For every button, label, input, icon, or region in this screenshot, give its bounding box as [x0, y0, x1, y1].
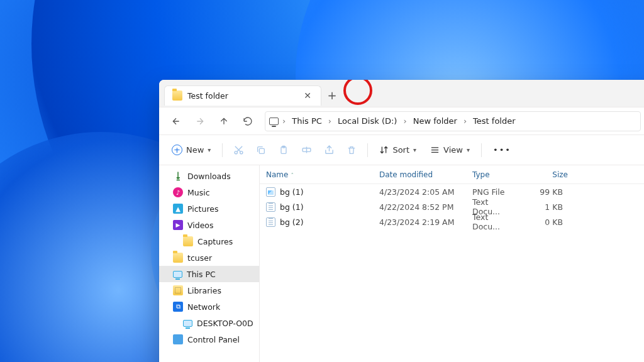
sidebar-item-tcuser[interactable]: tcuser — [159, 250, 259, 266]
file-rows: bg (1)4/23/2024 2:05 AMPNG File99 KBbg (… — [260, 184, 644, 362]
sidebar-item-label: Control Panel — [187, 335, 240, 344]
file-row[interactable]: bg (1)4/22/2024 8:52 PMText Docu...1 KB — [260, 199, 644, 214]
file-row[interactable]: bg (2)4/23/2024 2:19 AMText Docu...0 KB — [260, 214, 644, 229]
svg-point-0 — [235, 151, 237, 154]
file-list-pane: Name˄ Date modified Type Size bg (1)4/23… — [260, 165, 644, 362]
column-name[interactable]: Name˄ — [260, 170, 373, 179]
svg-rect-2 — [260, 148, 265, 153]
file-icon — [266, 187, 275, 197]
more-button[interactable]: ••• — [487, 140, 518, 161]
svg-point-1 — [240, 151, 243, 154]
pc-icon — [173, 271, 182, 278]
lib-icon — [173, 285, 183, 295]
sidebar-item-label: Libraries — [187, 286, 221, 295]
view-button[interactable]: View ▾ — [424, 140, 476, 161]
new-button[interactable]: + New ▾ — [165, 140, 217, 161]
folder-icon — [183, 236, 193, 246]
chevron-right-icon: › — [327, 116, 333, 126]
file-icon — [266, 217, 275, 227]
file-type: PNG File — [466, 187, 524, 197]
command-bar: + New ▾ Sort ▾ View ▾ ••• — [159, 135, 644, 165]
sidebar-item-this-pc[interactable]: This PC — [159, 266, 259, 282]
sidebar-item-label: tcuser — [187, 253, 212, 263]
sidebar-item-label: Captures — [197, 237, 233, 246]
breadcrumb-test-folder[interactable]: Test folder — [469, 115, 519, 127]
chevron-right-icon: › — [462, 116, 468, 126]
file-icon — [266, 202, 275, 212]
chevron-down-icon: ▾ — [413, 146, 416, 153]
window-tab[interactable]: Test folder ✕ — [164, 85, 321, 106]
file-size: 99 KB — [524, 187, 574, 197]
pc-icon — [269, 118, 279, 125]
file-name: bg (2) — [280, 217, 304, 227]
plus-circle-icon: + — [172, 145, 182, 155]
column-headers: Name˄ Date modified Type Size — [260, 165, 644, 184]
breadcrumb-local-disk[interactable]: Local Disk (D:) — [334, 115, 401, 127]
sidebar-item-network[interactable]: ⧉Network — [159, 299, 259, 315]
file-name: bg (1) — [280, 187, 304, 197]
sort-button[interactable]: Sort ▾ — [373, 140, 423, 161]
forward-button[interactable] — [189, 111, 211, 131]
file-name: bg (1) — [280, 202, 304, 212]
new-tab-button[interactable]: + — [321, 85, 343, 106]
address-bar[interactable]: › This PC › Local Disk (D:) › New folder… — [265, 111, 641, 131]
sidebar-item-libraries[interactable]: Libraries — [159, 282, 259, 299]
up-button[interactable] — [213, 111, 235, 131]
close-tab-button[interactable]: ✕ — [302, 90, 313, 101]
navigation-pane[interactable]: ⭳Downloads♪Music▲Pictures▶VideosCaptures… — [159, 165, 260, 362]
breadcrumb-this-pc[interactable]: This PC — [288, 115, 326, 127]
delete-button[interactable] — [341, 140, 362, 161]
sort-asc-icon: ˄ — [291, 172, 294, 178]
tab-title: Test folder — [187, 91, 297, 101]
sidebar-item-label: Videos — [187, 221, 214, 230]
share-button[interactable] — [318, 140, 340, 161]
new-label: New — [186, 145, 204, 155]
ctrl-icon — [173, 334, 183, 344]
copy-button[interactable] — [250, 140, 272, 161]
folder-icon — [172, 90, 182, 101]
cut-button[interactable] — [228, 140, 249, 161]
pic-icon: ▲ — [173, 204, 183, 214]
breadcrumb-new-folder[interactable]: New folder — [409, 115, 461, 127]
refresh-button[interactable] — [237, 111, 258, 131]
nav-bar: › This PC › Local Disk (D:) › New folder… — [159, 107, 644, 135]
view-icon — [430, 145, 440, 155]
sidebar-item-desktop-o0d[interactable]: DESKTOP-O0D — [159, 315, 259, 331]
sidebar-item-videos[interactable]: ▶Videos — [159, 217, 259, 233]
sidebar-item-label: This PC — [187, 270, 216, 279]
sidebar-item-pictures[interactable]: ▲Pictures — [159, 200, 259, 217]
sidebar-item-downloads[interactable]: ⭳Downloads — [159, 168, 259, 184]
chevron-right-icon: › — [402, 116, 408, 126]
column-type[interactable]: Type — [466, 170, 524, 179]
paste-button[interactable] — [273, 140, 294, 161]
sidebar-item-control-panel[interactable]: Control Panel — [159, 331, 259, 348]
separator — [367, 143, 368, 157]
file-date: 4/23/2024 2:05 AM — [373, 187, 466, 197]
folder-icon — [173, 253, 183, 263]
file-date: 4/23/2024 2:19 AM — [373, 217, 466, 227]
file-type: Text Docu... — [466, 212, 524, 231]
file-size: 1 KB — [524, 202, 574, 212]
column-size[interactable]: Size — [524, 170, 574, 179]
sidebar-item-label: Music — [187, 188, 210, 197]
file-size: 0 KB — [524, 217, 574, 227]
column-date[interactable]: Date modified — [373, 170, 466, 179]
chevron-right-icon: › — [281, 116, 287, 126]
view-label: View — [443, 145, 463, 155]
sidebar-item-captures[interactable]: Captures — [159, 233, 259, 250]
sidebar-item-label: Network — [187, 302, 220, 312]
file-explorer-window: Test folder ✕ + › This PC › Local Disk (… — [159, 80, 644, 362]
vid-icon: ▶ — [173, 220, 183, 230]
file-row[interactable]: bg (1)4/23/2024 2:05 AMPNG File99 KB — [260, 184, 644, 199]
rename-button[interactable] — [296, 140, 317, 161]
back-button[interactable] — [165, 111, 187, 131]
sidebar-item-music[interactable]: ♪Music — [159, 184, 259, 200]
net-icon: ⧉ — [173, 302, 183, 312]
chevron-down-icon: ▾ — [208, 146, 211, 153]
separator — [481, 143, 482, 157]
plus-icon: + — [327, 89, 336, 102]
separator — [222, 143, 223, 157]
dl-icon: ⭳ — [173, 171, 183, 181]
chevron-down-icon: ▾ — [467, 146, 470, 153]
title-bar: Test folder ✕ + — [159, 80, 644, 107]
